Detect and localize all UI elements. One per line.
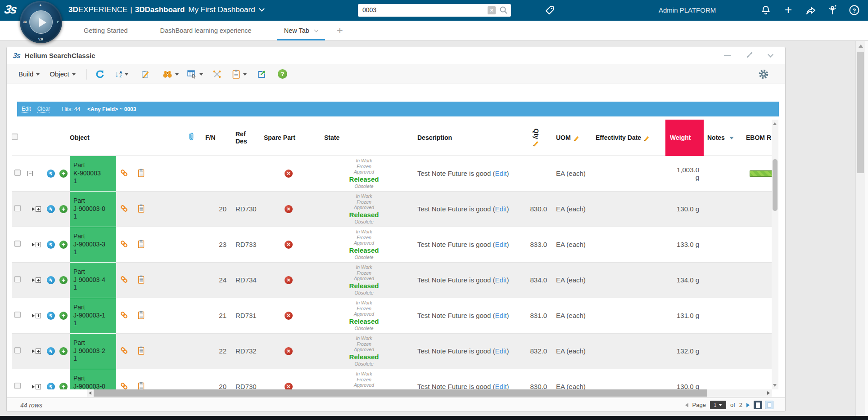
row-checkbox[interactable]: [14, 312, 21, 318]
scroll-down-arrow-icon[interactable]: [773, 384, 777, 387]
table-vertical-scrollbar[interactable]: [772, 120, 778, 389]
row-checkbox[interactable]: [14, 241, 21, 247]
tab-dashboard-learning[interactable]: DashBoard learning experience: [153, 21, 259, 40]
link-icon[interactable]: [120, 384, 128, 390]
search-icon[interactable]: [499, 6, 508, 16]
expand-plus-icon[interactable]: [32, 313, 41, 318]
user-menu[interactable]: Admin PLATFORM: [659, 6, 716, 14]
row-checkbox[interactable]: [14, 383, 21, 389]
page-view-button[interactable]: [765, 401, 773, 409]
edit-link[interactable]: Edit: [495, 312, 507, 319]
scroll-up-arrow-icon[interactable]: [773, 122, 777, 125]
add-child-icon[interactable]: +: [59, 312, 68, 320]
page-select[interactable]: 1: [710, 401, 726, 409]
row-checkbox[interactable]: [14, 205, 21, 211]
search-clear-icon[interactable]: ×: [488, 6, 496, 14]
row-checkbox[interactable]: [14, 276, 21, 282]
link-icon[interactable]: [120, 313, 128, 321]
object-name-cell[interactable]: Part K-900003 1: [70, 156, 116, 191]
object-name-cell[interactable]: Part J-900003-0 1: [70, 191, 116, 227]
minimize-icon[interactable]: [724, 55, 731, 56]
next-page-icon[interactable]: [746, 403, 750, 407]
object-name-cell[interactable]: Part J-900003-2 1: [70, 333, 116, 369]
expand-plus-icon[interactable]: [32, 206, 41, 212]
3dexperience-compass[interactable]: ▴ 3D ı² V.R: [20, 1, 62, 43]
link-icon[interactable]: [120, 206, 128, 214]
link-icon[interactable]: [120, 171, 128, 179]
clipboard-icon[interactable]: [138, 171, 145, 179]
page-scrollbar-thumb[interactable]: [857, 52, 864, 173]
object-menu-button[interactable]: Object: [50, 70, 75, 78]
object-name-cell[interactable]: Part J-900003-4 1: [70, 262, 116, 298]
collapse-chevron-icon[interactable]: [768, 52, 773, 58]
settings-gear-icon[interactable]: [758, 69, 769, 81]
disconnect-button[interactable]: [211, 68, 223, 80]
expand-icon[interactable]: [746, 51, 753, 60]
table-horizontal-scrollbar[interactable]: [87, 389, 772, 397]
h-scrollbar-thumb[interactable]: [94, 389, 707, 397]
edit-link[interactable]: Edit: [495, 205, 507, 213]
tab-chevron-down-icon[interactable]: [314, 28, 318, 32]
column-description[interactable]: Description: [415, 120, 525, 156]
navigate-icon[interactable]: [47, 347, 55, 355]
communities-icon[interactable]: [827, 4, 838, 16]
export-button[interactable]: [256, 68, 267, 80]
object-name-cell[interactable]: Part J-900003-0 1: [70, 369, 116, 389]
navigate-icon[interactable]: [47, 170, 55, 178]
add-child-icon[interactable]: +: [59, 205, 68, 213]
scroll-right-arrow-icon[interactable]: [767, 391, 770, 395]
toolbar-help-button[interactable]: ?: [276, 68, 288, 80]
edit-link[interactable]: Edit: [495, 347, 507, 355]
object-name-cell[interactable]: Part J-900003-1 1: [70, 298, 116, 333]
clipboard-icon[interactable]: [138, 384, 145, 390]
table-edit-button[interactable]: [187, 70, 203, 79]
tag-icon[interactable]: [544, 4, 555, 17]
link-icon[interactable]: [120, 242, 128, 250]
clipboard-icon[interactable]: [138, 349, 145, 356]
refresh-button[interactable]: [94, 68, 106, 80]
add-content-icon[interactable]: +: [782, 4, 794, 16]
column-state[interactable]: State: [313, 120, 415, 156]
add-child-icon[interactable]: +: [59, 383, 68, 390]
part-name[interactable]: J-900003-3: [73, 241, 116, 249]
column-notes[interactable]: Notes: [704, 120, 744, 156]
edit-link[interactable]: Edit: [495, 241, 507, 248]
column-qty[interactable]: Qty: [525, 120, 549, 156]
link-icon[interactable]: [120, 349, 128, 356]
clipboard-icon[interactable]: [138, 242, 145, 250]
select-all-checkbox[interactable]: [12, 134, 18, 140]
find-button[interactable]: [163, 70, 179, 79]
scroll-up-arrow-icon[interactable]: [859, 45, 863, 48]
add-child-icon[interactable]: +: [59, 347, 68, 355]
edit-notes-button[interactable]: [140, 68, 152, 80]
column-refdes[interactable]: Ref Des: [230, 120, 264, 156]
global-search[interactable]: 0003 ×: [358, 4, 511, 17]
filter-edit-link[interactable]: Edit: [22, 106, 31, 113]
column-effectivity-date[interactable]: Effectivity Date: [595, 120, 665, 156]
page-scrollbar[interactable]: [855, 41, 865, 416]
scroll-left-arrow-icon[interactable]: [89, 391, 91, 395]
sort-button[interactable]: ↓ AZ: [115, 70, 129, 78]
expand-plus-icon[interactable]: [32, 349, 41, 354]
add-tab-icon[interactable]: +: [337, 24, 343, 37]
row-checkbox[interactable]: [14, 170, 21, 176]
search-input[interactable]: 0003: [362, 6, 376, 13]
clipboard-button[interactable]: [232, 69, 247, 79]
part-name[interactable]: J-900003-4: [73, 276, 116, 284]
edit-link[interactable]: Edit: [495, 276, 507, 284]
part-name[interactable]: K-900003: [73, 170, 116, 178]
column-fn[interactable]: F/N: [205, 120, 230, 156]
part-name[interactable]: J-900003-1: [73, 312, 116, 320]
collapse-minus-icon[interactable]: [27, 171, 33, 176]
expand-plus-icon[interactable]: [32, 277, 41, 283]
tab-getting-started[interactable]: Getting Started: [77, 21, 135, 40]
share-icon[interactable]: [805, 4, 817, 16]
dashboard-chevron-down-icon[interactable]: [259, 6, 265, 12]
add-child-icon[interactable]: +: [59, 170, 68, 178]
object-name-cell[interactable]: Part J-900003-3 1: [70, 227, 116, 262]
part-name[interactable]: J-900003-0: [73, 205, 116, 213]
table-scrollbar-thumb[interactable]: [773, 159, 778, 211]
add-child-icon[interactable]: +: [59, 276, 68, 284]
expand-plus-icon[interactable]: [32, 384, 41, 389]
dashboard-title[interactable]: My First Dashboard: [188, 5, 255, 14]
